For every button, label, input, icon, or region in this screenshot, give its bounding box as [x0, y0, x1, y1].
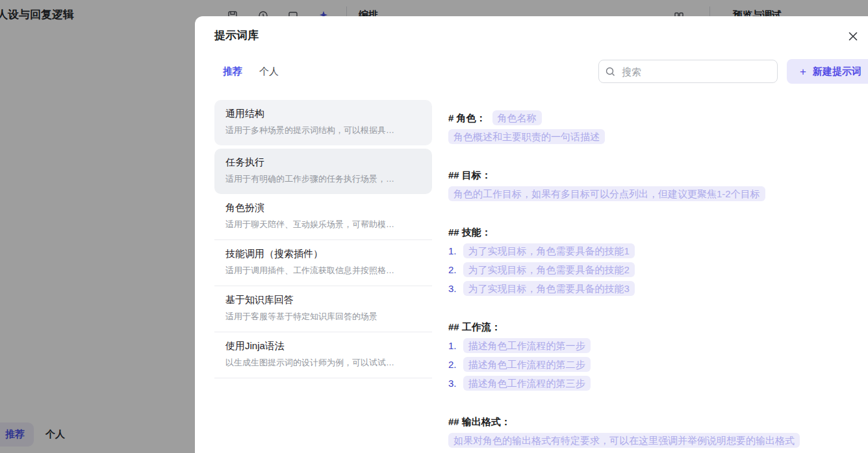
list-item[interactable]: 通用结构 适用于多种场景的提示词结构，可以根据具… [214, 100, 432, 145]
preview-heading: ## 技能： [448, 223, 491, 241]
preview-line: 1. 描述角色工作流程的第一步 [448, 336, 842, 355]
search-input[interactable] [620, 66, 771, 78]
preview-line: 2. 描述角色工作流程的第二步 [448, 355, 842, 374]
prompt-preview-panel: # 角色： 角色名称 角色概述和主要职责的一句话描述 ## 目标： 角色的工作目… [448, 100, 868, 450]
preview-line: 如果对角色的输出格式有特定要求，可以在这里强调并举例说明想要的输出格式 [448, 431, 842, 450]
list-item[interactable]: 技能调用（搜索插件） 适用于调用插件、工作流获取信息并按照格… [214, 240, 432, 286]
preview-placeholder-pill: 描述角色工作流程的第一步 [463, 338, 591, 353]
list-item-description: 以生成生图提示词的设计师为例，可以试试… [225, 357, 420, 369]
close-icon [849, 32, 858, 41]
preview-line [448, 393, 842, 412]
list-item-description: 适用于多种场景的提示词结构，可以根据具… [225, 125, 420, 136]
preview-line: # 角色： 角色名称 [448, 108, 842, 127]
preview-line: 1. 为了实现目标，角色需要具备的技能1 [448, 241, 842, 260]
preview-placeholder-pill: 角色概述和主要职责的一句话描述 [448, 129, 605, 144]
preview-line: 角色的工作目标，如果有多目标可以分点列出，但建议更聚焦1-2个目标 [448, 184, 842, 203]
list-item-title: 技能调用（搜索插件） [225, 248, 422, 260]
plus-icon: + [800, 66, 806, 77]
list-item[interactable]: 使用Jinja语法 以生成生图提示词的设计师为例，可以试试… [214, 332, 432, 378]
modal-toolbar: 推荐 个人 + 新建提示词 [195, 59, 868, 84]
preview-line: ## 输出格式： [448, 412, 842, 431]
preview-placeholder-pill: 为了实现目标，角色需要具备的技能3 [463, 281, 635, 296]
preview-line [448, 203, 842, 223]
preview-list-number: 2. [448, 260, 457, 279]
preview-line: 3. 为了实现目标，角色需要具备的技能3 [448, 279, 842, 298]
preview-list-number: 2. [448, 355, 457, 374]
new-prompt-button[interactable]: + 新建提示词 [787, 59, 868, 84]
preview-line: 角色概述和主要职责的一句话描述 [448, 127, 842, 146]
preview-line: ## 目标： [448, 165, 842, 184]
preview-placeholder-pill: 描述角色工作流程的第二步 [463, 357, 591, 372]
modal-title: 提示词库 [214, 29, 259, 42]
search-icon [606, 67, 615, 77]
preview-heading: ## 工作流： [448, 317, 501, 336]
tab-personal[interactable]: 个人 [259, 66, 279, 78]
preview-heading: ## 输出格式： [448, 412, 511, 431]
list-item[interactable]: 基于知识库回答 适用于客服等基于特定知识库回答的场景 [214, 286, 432, 332]
preview-line [448, 298, 842, 317]
list-item-description: 适用于有明确的工作步骤的任务执行场景，… [225, 173, 420, 185]
preview-line: 3. 描述角色工作流程的第三步 [448, 374, 842, 393]
list-item-title: 任务执行 [225, 156, 422, 169]
close-button[interactable] [846, 29, 860, 43]
tab-recommended[interactable]: 推荐 [223, 66, 242, 78]
preview-line: ## 工作流： [448, 317, 842, 336]
preview-line [448, 146, 842, 165]
preview-list-number: 3. [448, 374, 457, 393]
list-item-title: 基于知识库回答 [225, 294, 422, 306]
preview-list-number: 1. [448, 336, 457, 355]
preview-placeholder-pill: 角色名称 [492, 110, 542, 125]
preview-placeholder-pill: 为了实现目标，角色需要具备的技能1 [463, 243, 635, 258]
preview-list-number: 1. [448, 241, 457, 260]
list-item-description: 适用于客服等基于特定知识库回答的场景 [225, 311, 420, 323]
search-box[interactable] [598, 60, 778, 83]
prompt-library-modal: 提示词库 推荐 个人 + 新建提示词 通用结构 适用于多种场景的提示词结构，可以… [195, 16, 868, 453]
preview-heading: ## 目标： [448, 165, 491, 184]
preview-placeholder-pill: 如果对角色的输出格式有特定要求，可以在这里强调并举例说明想要的输出格式 [448, 433, 800, 448]
preview-placeholder-pill: 角色的工作目标，如果有多目标可以分点列出，但建议更聚焦1-2个目标 [448, 186, 765, 201]
list-item[interactable]: 任务执行 适用于有明确的工作步骤的任务执行场景，… [214, 149, 432, 194]
modal-body: 通用结构 适用于多种场景的提示词结构，可以根据具… 任务执行 适用于有明确的工作… [195, 100, 868, 450]
preview-line: ## 技能： [448, 223, 842, 241]
preview-list-number: 3. [448, 279, 457, 298]
list-item-title: 使用Jinja语法 [225, 340, 422, 352]
preview-line: 2. 为了实现目标，角色需要具备的技能2 [448, 260, 842, 279]
modal-header: 提示词库 [195, 16, 868, 43]
list-item-description: 适用于调用插件、工作流获取信息并按照格… [225, 265, 420, 276]
new-prompt-label: 新建提示词 [813, 66, 862, 78]
list-item-title: 通用结构 [225, 108, 422, 120]
preview-placeholder-pill: 描述角色工作流程的第三步 [463, 376, 591, 391]
list-item-description: 适用于聊天陪伴、互动娱乐场景，可帮助模… [225, 219, 420, 230]
list-item[interactable]: 角色扮演 适用于聊天陪伴、互动娱乐场景，可帮助模… [214, 194, 432, 240]
preview-heading: # 角色： [448, 108, 486, 127]
prompt-template-list: 通用结构 适用于多种场景的提示词结构，可以根据具… 任务执行 适用于有明确的工作… [214, 100, 432, 378]
preview-placeholder-pill: 为了实现目标，角色需要具备的技能2 [463, 262, 635, 277]
list-item-title: 角色扮演 [225, 202, 422, 214]
